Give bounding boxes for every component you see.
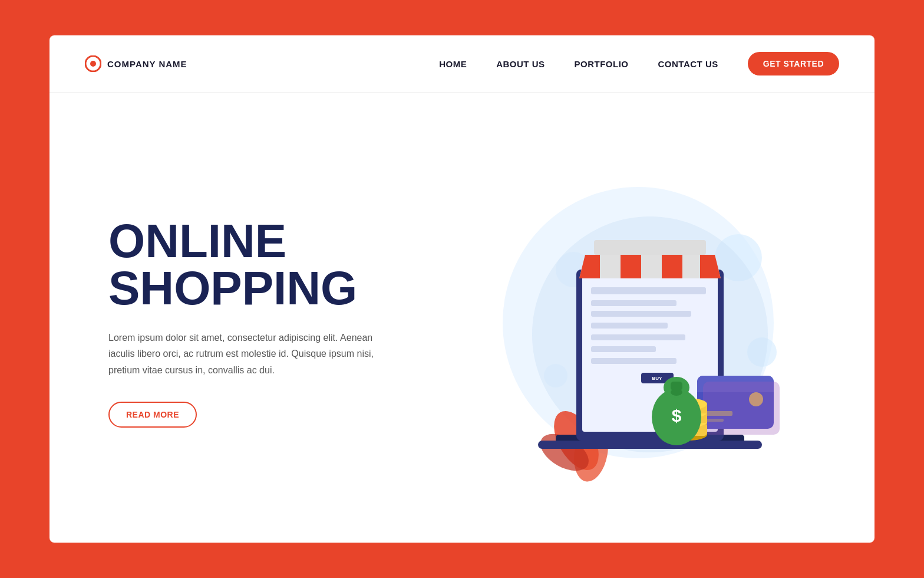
- title-line1: ONLINE: [108, 215, 286, 267]
- svg-rect-26: [591, 311, 691, 317]
- svg-point-52: [671, 389, 682, 396]
- logo-area: COMPANY NAME: [85, 55, 187, 72]
- svg-rect-27: [591, 323, 668, 329]
- svg-rect-29: [591, 346, 656, 352]
- svg-rect-12: [538, 441, 762, 449]
- logo-icon: [85, 55, 101, 72]
- svg-rect-39: [703, 382, 780, 435]
- hero-title: ONLINE SHOPPING: [108, 218, 437, 312]
- company-name: COMPANY NAME: [107, 59, 187, 69]
- svg-rect-22: [662, 255, 682, 280]
- nav-links: HOME ABOUT US PORTFOLIO CONTACT US GET S…: [439, 52, 839, 75]
- get-started-button[interactable]: GET STARTED: [748, 52, 839, 75]
- svg-rect-30: [591, 358, 676, 364]
- svg-rect-25: [591, 300, 676, 306]
- svg-point-1: [90, 61, 96, 67]
- svg-marker-19: [579, 255, 721, 278]
- svg-rect-21: [621, 255, 641, 280]
- nav-contact[interactable]: CONTACT US: [658, 59, 718, 69]
- svg-rect-17: [594, 240, 706, 255]
- svg-rect-28: [591, 334, 685, 340]
- illustration-svg: BUY: [467, 152, 809, 494]
- nav-about[interactable]: ABOUT US: [496, 59, 544, 69]
- nav-portfolio[interactable]: PORTFOLIO: [575, 59, 629, 69]
- read-more-button[interactable]: READ MORE: [108, 402, 197, 428]
- hero-description: Lorem ipsum dolor sit amet, consectetur …: [108, 330, 380, 378]
- page-container: COMPANY NAME HOME ABOUT US PORTFOLIO CON…: [50, 35, 874, 543]
- svg-rect-24: [591, 287, 706, 294]
- hero-illustration: BUY: [437, 128, 839, 517]
- svg-text:BUY: BUY: [652, 376, 663, 381]
- svg-text:$: $: [672, 406, 682, 425]
- navbar: COMPANY NAME HOME ABOUT US PORTFOLIO CON…: [50, 35, 874, 93]
- hero-section: ONLINE SHOPPING Lorem ipsum dolor sit am…: [50, 93, 874, 541]
- nav-home[interactable]: HOME: [439, 59, 467, 69]
- hero-text: ONLINE SHOPPING Lorem ipsum dolor sit am…: [108, 218, 437, 428]
- title-line2: SHOPPING: [108, 262, 357, 314]
